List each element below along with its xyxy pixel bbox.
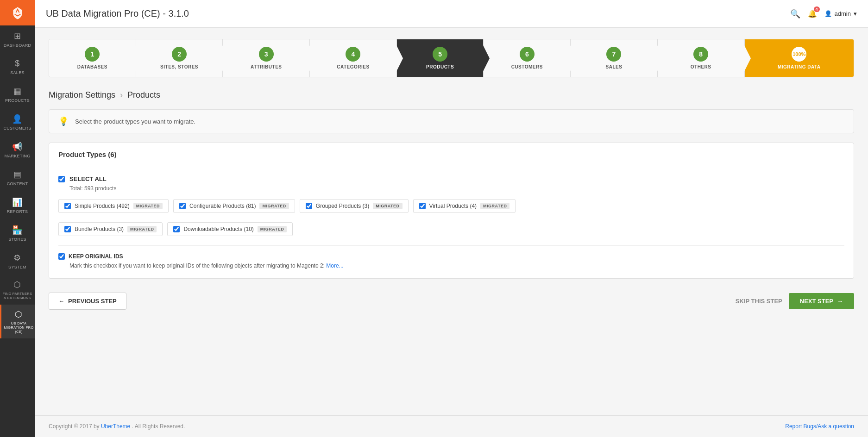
- sidebar-item-dashboard[interactable]: ⊞ DASHBOARD: [0, 25, 35, 53]
- step-3-label: ATTRIBUTES: [251, 64, 282, 69]
- prev-label: PREVIOUS STEP: [68, 298, 117, 305]
- previous-step-button[interactable]: ← PREVIOUS STEP: [49, 293, 126, 310]
- keep-ids-label: KEEP ORIGINAL IDS: [69, 253, 123, 260]
- logo[interactable]: [0, 0, 35, 25]
- sidebar-item-label: DASHBOARD: [4, 43, 31, 48]
- report-bugs-link[interactable]: Report Bugs/Ask a question: [785, 423, 854, 430]
- sidebar-item-label: PRODUCTS: [5, 98, 30, 103]
- step-attributes[interactable]: 3 ATTRIBUTES: [223, 39, 310, 77]
- dashboard-icon: ⊞: [14, 31, 21, 41]
- step-5-label: PRODUCTS: [426, 64, 454, 69]
- sidebar-item-label: STORES: [8, 237, 26, 242]
- sidebar-item-label: SYSTEM: [8, 265, 26, 269]
- bundle-migrated-badge: MIGRATED: [127, 226, 157, 232]
- step-6-number: 6: [520, 47, 535, 62]
- next-step-button[interactable]: NEXT STEP →: [789, 293, 854, 309]
- sidebar-item-label: MARKETING: [4, 154, 30, 158]
- select-all-checkbox[interactable]: [58, 176, 65, 182]
- keep-ids-checkbox[interactable]: [58, 253, 65, 260]
- product-grid-row2: Bundle Products (3) MIGRATED Downloadabl…: [58, 222, 844, 236]
- product-item-downloadable: Downloadable Products (10) MIGRATED: [167, 222, 293, 236]
- configurable-products-label: Configurable Products (81): [189, 203, 256, 209]
- step-migrating[interactable]: 100% MIGRATING DATA: [745, 39, 854, 77]
- admin-user-menu[interactable]: 👤 admin ▾: [824, 10, 857, 17]
- content-icon: ▤: [13, 169, 21, 180]
- reports-icon: 📊: [12, 197, 22, 207]
- keep-ids-description: Mark this checkbox if you want to keep o…: [69, 262, 844, 269]
- product-grid: Simple Products (492) MIGRATED Configura…: [58, 199, 844, 213]
- step-9-label: MIGRATING DATA: [778, 64, 821, 69]
- keep-ids-more-link[interactable]: More...: [326, 262, 343, 269]
- bundle-products-label: Bundle Products (3): [75, 226, 124, 232]
- page-header: UB Data Migration Pro (CE) - 3.1.0 🔍 🔔 4…: [35, 0, 868, 28]
- total-text: Total: 593 products: [69, 185, 844, 192]
- step-9-number: 100%: [792, 47, 806, 62]
- ub-icon: ⬡: [15, 309, 22, 319]
- stores-icon: 🏪: [12, 225, 22, 235]
- page-content: 1 DATABASES 2 SITES, STORES 3 ATTRIBUTES…: [35, 28, 868, 415]
- notification-count: 4: [814, 6, 820, 12]
- product-item-configurable: Configurable Products (81) MIGRATED: [173, 199, 295, 213]
- right-buttons: SKIP THIS STEP NEXT STEP →: [736, 293, 854, 309]
- step-databases[interactable]: 1 DATABASES: [49, 39, 136, 77]
- configurable-products-checkbox[interactable]: [179, 203, 186, 209]
- grouped-products-label: Grouped Products (3): [316, 203, 369, 209]
- simple-products-checkbox[interactable]: [64, 203, 71, 209]
- step-categories[interactable]: 4 CATEGORIES: [310, 39, 397, 77]
- sidebar-item-sales[interactable]: $ SALES: [0, 53, 35, 81]
- sidebar-item-system[interactable]: ⚙ SYSTEM: [0, 247, 35, 275]
- notification-bell[interactable]: 🔔 4: [808, 9, 817, 18]
- simple-products-label: Simple Products (492): [75, 203, 130, 209]
- bulb-icon: 💡: [58, 116, 69, 126]
- sidebar-item-content[interactable]: ▤ CONTENT: [0, 164, 35, 192]
- progress-steps: 1 DATABASES 2 SITES, STORES 3 ATTRIBUTES…: [49, 39, 854, 77]
- sidebar-item-label: FIND PARTNERS & EXTENSIONS: [2, 292, 32, 300]
- product-types-box: Product Types (6) SELECT ALL Total: 593 …: [49, 143, 854, 279]
- arrow-right-icon: →: [837, 298, 843, 305]
- page-footer: Copyright © 2017 by UberTheme . All Righ…: [35, 415, 868, 437]
- step-products[interactable]: 5 PRODUCTS: [397, 39, 484, 77]
- grouped-products-checkbox[interactable]: [306, 203, 312, 209]
- sidebar-item-partners[interactable]: ⬡ FIND PARTNERS & EXTENSIONS: [0, 275, 35, 305]
- customers-icon: 👤: [12, 114, 22, 124]
- sidebar-item-label: REPORTS: [7, 209, 28, 214]
- partners-icon: ⬡: [13, 280, 21, 290]
- step-8-number: 8: [693, 47, 708, 62]
- grouped-migrated-badge: MIGRATED: [373, 203, 402, 209]
- keep-ids-label-row: KEEP ORIGINAL IDS: [58, 253, 844, 260]
- product-item-simple: Simple Products (492) MIGRATED: [58, 199, 169, 213]
- step-sales[interactable]: 7 SALES: [571, 39, 658, 77]
- bundle-products-checkbox[interactable]: [64, 226, 71, 232]
- step-7-label: SALES: [606, 64, 623, 69]
- sidebar-item-customers[interactable]: 👤 CUSTOMERS: [0, 108, 35, 136]
- products-icon: ▦: [13, 86, 21, 96]
- step-4-number: 4: [346, 47, 360, 62]
- brand-link[interactable]: UberTheme: [101, 423, 130, 430]
- step-6-label: CUSTOMERS: [511, 64, 543, 69]
- page-title: UB Data Migration Pro (CE) - 3.1.0: [46, 8, 189, 19]
- info-text: Select the product types you want to mig…: [75, 118, 195, 125]
- select-all-row: SELECT ALL: [58, 175, 844, 182]
- sidebar-item-reports[interactable]: 📊 REPORTS: [0, 192, 35, 219]
- simple-migrated-badge: MIGRATED: [133, 203, 163, 209]
- virtual-products-checkbox[interactable]: [419, 203, 426, 209]
- sidebar-item-ub[interactable]: ⬡ UB DATA MIGRATION PRO (CE): [0, 305, 35, 338]
- skip-step-button[interactable]: SKIP THIS STEP: [736, 298, 782, 305]
- arrow-left-icon: ←: [58, 298, 64, 305]
- chevron-down-icon: ▾: [854, 10, 857, 17]
- downloadable-products-checkbox[interactable]: [173, 226, 180, 232]
- sidebar-item-products[interactable]: ▦ PRODUCTS: [0, 81, 35, 108]
- step-1-number: 1: [85, 47, 100, 62]
- product-item-virtual: Virtual Products (4) MIGRATED: [413, 199, 516, 213]
- step-others[interactable]: 8 OTHERS: [658, 39, 745, 77]
- step-8-label: OTHERS: [691, 64, 711, 69]
- sidebar-item-marketing[interactable]: 📢 MARKETING: [0, 136, 35, 164]
- step-customers[interactable]: 6 CUSTOMERS: [484, 39, 571, 77]
- search-icon[interactable]: 🔍: [790, 9, 800, 19]
- step-3-number: 3: [259, 47, 274, 62]
- sidebar-item-stores[interactable]: 🏪 STORES: [0, 219, 35, 247]
- step-sites[interactable]: 2 SITES, STORES: [136, 39, 223, 77]
- marketing-icon: 📢: [12, 142, 22, 152]
- footer-buttons: ← PREVIOUS STEP SKIP THIS STEP NEXT STEP…: [49, 293, 854, 310]
- sidebar-item-label: CONTENT: [7, 181, 28, 186]
